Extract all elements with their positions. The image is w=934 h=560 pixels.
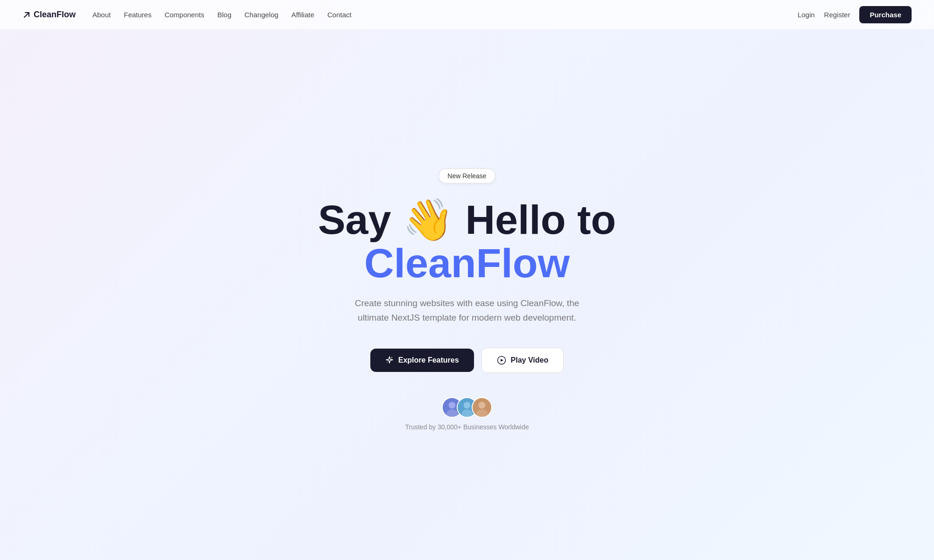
logo-text: CleanFlow	[34, 10, 76, 20]
nav-item-affiliate[interactable]: Affiliate	[291, 11, 314, 19]
hero-title-hello: Hello to	[465, 196, 616, 243]
hero-title-brand: CleanFlow	[364, 240, 570, 286]
nav-item-components[interactable]: Components	[164, 11, 204, 19]
hero-title: Say 👋 Hello to CleanFlow	[318, 198, 616, 285]
play-circle-icon	[497, 356, 506, 365]
avatar-group	[442, 397, 492, 418]
svg-marker-3	[501, 359, 503, 362]
nav-links: About Features Components Blog Changelog…	[92, 11, 352, 19]
play-video-label: Play Video	[511, 356, 549, 364]
badge-text: New Release	[447, 172, 486, 180]
logo-icon	[22, 11, 31, 19]
logo[interactable]: CleanFlow	[22, 10, 76, 20]
play-video-button[interactable]: Play Video	[481, 348, 564, 373]
nav-item-about[interactable]: About	[92, 11, 111, 19]
hero-title-say: Say	[318, 196, 391, 243]
new-release-badge: New Release	[439, 168, 495, 183]
explore-features-button[interactable]: Explore Features	[370, 349, 474, 372]
login-link[interactable]: Login	[798, 11, 815, 19]
nav-item-contact[interactable]: Contact	[327, 11, 352, 19]
svg-point-1	[387, 362, 388, 363]
navbar: CleanFlow About Features Components Blog…	[0, 0, 934, 30]
register-link[interactable]: Register	[824, 11, 850, 19]
trust-text: Trusted by 30,000+ Businesses Worldwide	[405, 423, 529, 431]
svg-point-8	[464, 402, 471, 409]
svg-point-11	[479, 402, 486, 409]
hero-buttons: Explore Features Play Video	[370, 348, 564, 373]
explore-features-label: Explore Features	[398, 356, 459, 364]
svg-point-12	[476, 409, 488, 417]
svg-point-6	[446, 409, 458, 417]
nav-right: Login Register Purchase	[798, 6, 912, 23]
nav-item-features[interactable]: Features	[124, 11, 151, 19]
svg-point-9	[461, 409, 473, 417]
nav-item-changelog[interactable]: Changelog	[245, 11, 279, 19]
avatar-3	[472, 397, 492, 418]
nav-left: CleanFlow About Features Components Blog…	[22, 10, 352, 20]
wave-emoji: 👋	[403, 198, 454, 241]
nav-item-blog[interactable]: Blog	[217, 11, 231, 19]
purchase-button[interactable]: Purchase	[859, 6, 912, 23]
hero-subtitle: Create stunning websites with ease using…	[346, 296, 588, 325]
sparkle-icon	[385, 356, 394, 364]
trust-section: Trusted by 30,000+ Businesses Worldwide	[405, 397, 529, 431]
hero-section: New Release Say 👋 Hello to CleanFlow Cre…	[0, 30, 934, 560]
svg-point-5	[449, 402, 456, 409]
svg-point-0	[391, 357, 392, 358]
